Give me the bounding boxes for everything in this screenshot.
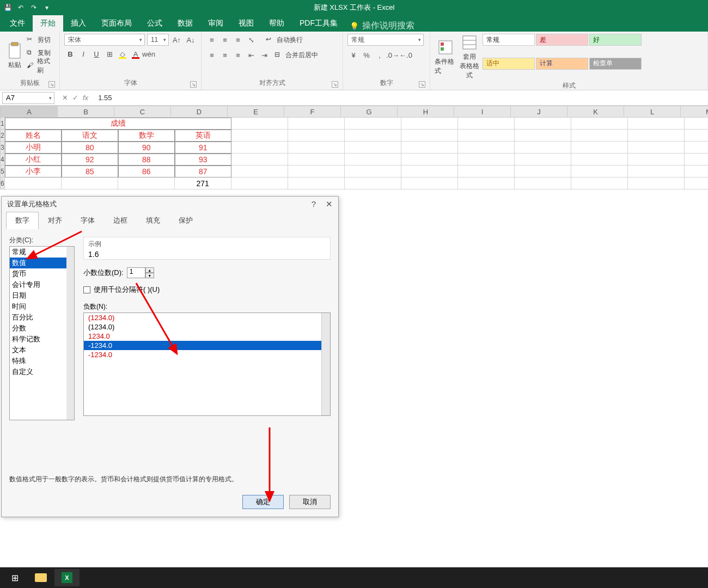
top-align-icon[interactable]: ≡ [206, 34, 218, 46]
cell[interactable] [62, 177, 118, 189]
cell[interactable] [345, 177, 401, 189]
start-button[interactable]: ⊞ [2, 569, 27, 586]
format-as-table-button[interactable]: 套用 表格格式 [459, 34, 480, 80]
cell[interactable] [231, 130, 288, 142]
cell[interactable] [401, 154, 458, 166]
column-header[interactable]: I [454, 106, 511, 118]
tab-file[interactable]: 文件 [2, 15, 33, 32]
cell[interactable] [515, 166, 571, 177]
dlg-tab-border[interactable]: 边框 [104, 212, 137, 229]
tab-review[interactable]: 审阅 [200, 15, 231, 32]
cell[interactable] [288, 177, 345, 189]
cell[interactable] [401, 177, 458, 189]
category-item[interactable]: 数值 [10, 258, 74, 268]
percent-format-icon[interactable]: % [361, 49, 373, 61]
cell[interactable] [628, 130, 685, 142]
column-header[interactable]: E [228, 106, 284, 118]
font-size-select[interactable]: 11 [147, 34, 169, 46]
merge-center-button[interactable]: ⊟合并后居中 [274, 49, 318, 61]
cell[interactable] [458, 177, 515, 189]
excel-taskbar-button[interactable]: X [54, 569, 80, 586]
tab-pagelayout[interactable]: 页面布局 [94, 15, 139, 32]
tab-data[interactable]: 数据 [170, 15, 200, 32]
column-header[interactable]: D [171, 106, 228, 118]
negative-format-item[interactable]: 1234.0 [84, 332, 330, 341]
style-cell[interactable]: 适中 [483, 58, 535, 70]
cell[interactable] [628, 154, 685, 166]
right-align-icon[interactable]: ≡ [232, 49, 244, 61]
cell[interactable] [685, 154, 708, 166]
cell[interactable]: 英语 [175, 130, 231, 142]
dlg-tab-fill[interactable]: 填充 [137, 212, 169, 229]
cell[interactable] [458, 142, 515, 154]
phonetic-button[interactable]: wén [143, 48, 155, 60]
cell[interactable] [345, 118, 401, 130]
cell[interactable] [571, 154, 628, 166]
cell[interactable]: 小红 [5, 154, 62, 166]
cell[interactable] [345, 130, 401, 142]
conditional-formatting-button[interactable]: 条件格式 [435, 34, 456, 80]
cell[interactable]: 数学 [118, 130, 175, 142]
cell[interactable] [118, 177, 175, 189]
cell[interactable]: 93 [175, 154, 231, 166]
cell[interactable]: 271 [175, 177, 231, 189]
cell[interactable]: 姓名 [5, 130, 62, 142]
increase-font-icon[interactable]: A↑ [171, 34, 183, 46]
fx-icon[interactable]: fx [83, 94, 88, 102]
cell[interactable] [458, 118, 515, 130]
bottom-align-icon[interactable]: ≡ [232, 34, 244, 46]
underline-button[interactable]: U [90, 48, 102, 60]
cell[interactable]: 小李 [5, 166, 62, 177]
column-header[interactable]: H [398, 106, 454, 118]
cell[interactable] [685, 166, 708, 177]
cell[interactable] [401, 142, 458, 154]
thousands-separator-checkbox[interactable]: 使用千位分隔符( )(U) [83, 285, 331, 295]
cell[interactable] [628, 177, 685, 189]
style-cell[interactable]: 常规 [483, 34, 535, 46]
italic-button[interactable]: I [77, 48, 89, 60]
dialog-help-icon[interactable]: ? [312, 199, 316, 209]
cell[interactable] [345, 142, 401, 154]
row-header[interactable]: 4 [0, 154, 5, 166]
cell[interactable]: 80 [62, 142, 118, 154]
negative-format-item[interactable]: (1234.0) [84, 313, 330, 322]
column-header[interactable]: M [681, 106, 708, 118]
cell[interactable] [628, 142, 685, 154]
cell[interactable]: 90 [118, 142, 175, 154]
font-dialog-launcher[interactable]: ↘ [190, 81, 197, 88]
fill-color-button[interactable]: ◇ [117, 48, 129, 60]
cell[interactable] [685, 177, 708, 189]
cell[interactable] [401, 166, 458, 177]
formula-input[interactable]: 1.55 [94, 94, 708, 102]
dlg-tab-number[interactable]: 数字 [6, 212, 39, 229]
dlg-tab-font[interactable]: 字体 [71, 212, 104, 229]
cell[interactable]: 91 [175, 142, 231, 154]
number-format-select[interactable]: 常规 [347, 34, 424, 46]
negative-list-scrollbar[interactable] [321, 313, 330, 415]
tab-insert[interactable]: 插入 [63, 15, 94, 32]
cell[interactable] [231, 118, 288, 130]
number-dialog-launcher[interactable]: ↘ [419, 81, 425, 88]
middle-align-icon[interactable]: ≡ [219, 34, 231, 46]
category-item[interactable]: 自定义 [10, 366, 74, 377]
category-item[interactable]: 日期 [10, 290, 74, 301]
column-header[interactable]: G [341, 106, 398, 118]
dlg-tab-alignment[interactable]: 对齐 [39, 212, 71, 229]
center-align-icon[interactable]: ≡ [219, 49, 231, 61]
spinner-down-icon[interactable]: ▼ [145, 273, 154, 278]
category-item[interactable]: 时间 [10, 301, 74, 312]
category-scrollbar[interactable] [66, 247, 74, 420]
cell[interactable]: 小明 [5, 142, 62, 154]
cell[interactable] [685, 118, 708, 130]
increase-indent-icon[interactable]: ⇥ [258, 49, 270, 61]
decrease-font-icon[interactable]: A↓ [185, 34, 197, 46]
font-color-button[interactable]: A [130, 48, 142, 60]
column-header[interactable]: F [284, 106, 341, 118]
cell[interactable] [571, 166, 628, 177]
name-box[interactable]: A7 [2, 92, 54, 104]
category-item[interactable]: 百分比 [10, 312, 74, 323]
cell[interactable]: 87 [175, 166, 231, 177]
cell[interactable] [628, 118, 685, 130]
category-item[interactable]: 常规 [10, 247, 74, 258]
cell[interactable] [515, 142, 571, 154]
